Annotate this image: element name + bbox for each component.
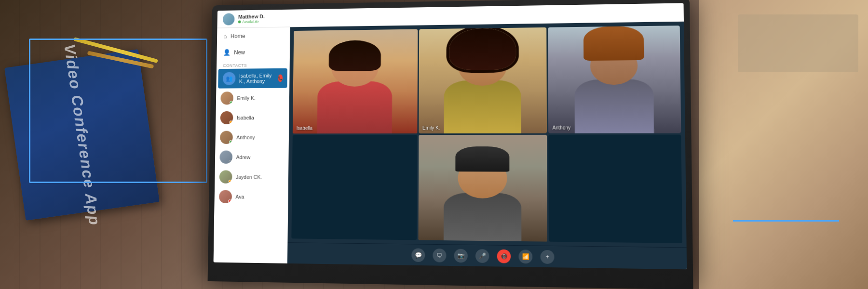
emily-status-dot bbox=[230, 101, 233, 105]
user-name: Matthew D. bbox=[238, 13, 265, 19]
contact-anthony[interactable]: Anthony bbox=[215, 128, 288, 147]
nav-new[interactable]: 👤 New bbox=[217, 43, 289, 60]
video-tile-empty-right bbox=[548, 134, 682, 243]
keyboard-area bbox=[738, 14, 858, 72]
user-status: Available bbox=[238, 19, 265, 24]
mic-icon: 🎤 bbox=[479, 252, 486, 259]
monitor: Matthew D. Available ⌂ Home 👤 New bbox=[208, 0, 693, 289]
group-avatar: 👥 bbox=[223, 72, 236, 85]
home-icon: ⌂ bbox=[223, 33, 227, 40]
blue-line-accent bbox=[733, 220, 839, 222]
end-call-button[interactable]: 📵 bbox=[497, 249, 511, 263]
video-tile-isabella: Isabella bbox=[293, 29, 418, 133]
label-anthony: Anthony bbox=[553, 125, 571, 130]
message-icon: 💬 bbox=[415, 251, 422, 258]
sidebar: ⌂ Home 👤 New Contacts 👥 Isabella, Emily … bbox=[214, 27, 290, 263]
jayden-avatar bbox=[219, 170, 232, 183]
video-tile-anthony: Anthony bbox=[548, 26, 681, 133]
nav-home-label: Home bbox=[231, 33, 245, 39]
emily-name: Emily K. bbox=[237, 95, 255, 101]
chat-icon: 🗨 bbox=[436, 252, 442, 259]
video-tile-bottom bbox=[418, 134, 547, 241]
camera-icon: 📷 bbox=[457, 252, 464, 259]
add-icon: ＋ bbox=[544, 252, 550, 261]
video-tile-empty-left bbox=[291, 135, 417, 240]
ava-status-dot bbox=[228, 199, 231, 203]
right-desk-area bbox=[699, 0, 868, 289]
anthony-avatar bbox=[220, 131, 233, 144]
adrew-avatar bbox=[219, 151, 232, 164]
isabella-name: Isabella bbox=[237, 115, 254, 120]
nav-home[interactable]: ⌂ Home bbox=[217, 27, 290, 44]
chat-button[interactable]: 🗨 bbox=[433, 248, 446, 262]
emily-avatar bbox=[220, 92, 233, 105]
contact-active-group[interactable]: 👥 Isabella, Emily K., Anthony 📞 bbox=[218, 68, 287, 89]
status-dot bbox=[238, 20, 241, 23]
active-contact-name: Isabella, Emily K., Anthony bbox=[239, 73, 274, 84]
video-grid: Isabella Emily K. bbox=[287, 22, 686, 248]
anthony-name: Anthony bbox=[236, 134, 255, 140]
contact-ava[interactable]: Ava bbox=[214, 187, 287, 207]
video-area: Isabella Emily K. bbox=[287, 22, 687, 269]
jayden-status-dot bbox=[229, 180, 232, 183]
add-button[interactable]: ＋ bbox=[541, 250, 555, 263]
status-text: Available bbox=[242, 19, 258, 24]
user-avatar bbox=[223, 13, 235, 25]
signal-icon: 📶 bbox=[522, 253, 529, 260]
nav-new-label: New bbox=[234, 49, 245, 56]
contact-jayden[interactable]: Jayden CK. bbox=[215, 167, 288, 187]
ava-name: Ava bbox=[235, 194, 244, 200]
user-info: Matthew D. Available bbox=[238, 13, 265, 24]
anthony-status-dot bbox=[229, 140, 232, 144]
label-isabella: Isabella bbox=[297, 125, 312, 131]
contacts-section-label: Contacts bbox=[217, 60, 289, 69]
jayden-name: Jayden CK. bbox=[236, 174, 262, 180]
adrew-name: Adrew bbox=[236, 154, 251, 160]
label-emily: Emily K. bbox=[422, 125, 440, 131]
video-controls-bar: 💬 🗨 📷 🎤 📵 📶 bbox=[287, 242, 687, 269]
contact-isabella[interactable]: Isabella bbox=[216, 108, 289, 128]
end-call-icon: 📵 bbox=[500, 252, 507, 259]
video-tile-emily: Emily K. bbox=[419, 27, 547, 133]
adrew-status-dot bbox=[229, 160, 232, 163]
monitor-screen: Matthew D. Available ⌂ Home 👤 New bbox=[214, 3, 687, 269]
camera-button[interactable]: 📷 bbox=[454, 249, 468, 263]
message-button[interactable]: 💬 bbox=[411, 248, 425, 262]
contact-adrew[interactable]: Adrew bbox=[215, 147, 288, 167]
screen-body: ⌂ Home 👤 New Contacts 👥 Isabella, Emily … bbox=[214, 22, 687, 269]
new-icon: 👤 bbox=[223, 49, 231, 56]
isabella-status-dot bbox=[230, 120, 233, 124]
active-call-icon: 📞 bbox=[278, 74, 283, 82]
signal-button[interactable]: 📶 bbox=[518, 250, 532, 263]
ava-avatar bbox=[219, 190, 232, 203]
blue-highlight-box bbox=[29, 39, 207, 183]
isabella-avatar bbox=[220, 111, 233, 124]
contact-emily[interactable]: Emily K. bbox=[216, 88, 289, 108]
mic-button[interactable]: 🎤 bbox=[475, 249, 489, 263]
